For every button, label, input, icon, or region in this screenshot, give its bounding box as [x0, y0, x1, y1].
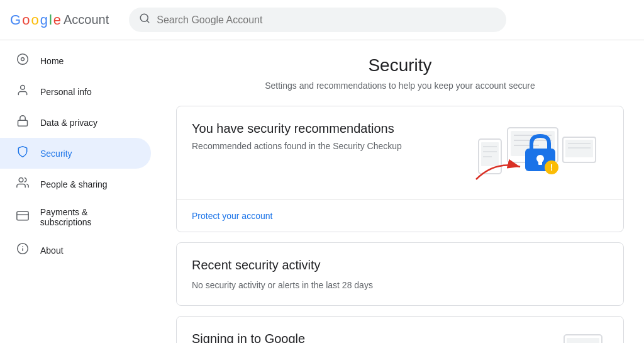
sidebar-item-security[interactable]: Security: [0, 138, 151, 169]
search-bar[interactable]: [129, 8, 506, 32]
sidebar-item-label: About: [40, 245, 64, 256]
card-simple-content: Recent security activity No security act…: [177, 243, 623, 305]
card-description: Recommended actions found in the Securit…: [192, 141, 402, 151]
google-logo[interactable]: Google Account: [10, 12, 109, 28]
card-action: Protect your account: [177, 200, 623, 232]
sidebar: Home Personal info Data & privacy: [0, 40, 156, 343]
sidebar-item-label: People & sharing: [40, 179, 108, 189]
svg-rect-7: [17, 211, 28, 220]
svg-line-1: [147, 20, 149, 22]
sidebar-item-about[interactable]: About: [0, 235, 151, 266]
privacy-icon: [15, 115, 30, 130]
security-icon: [15, 145, 30, 161]
main-content: Security Settings and recommendations to…: [156, 40, 644, 343]
page-title: Security: [176, 55, 624, 76]
signing-card: Signing in to Google: [176, 316, 624, 343]
arrow-icon: [470, 148, 545, 188]
recent-activity-description: No security activity or alerts in the la…: [192, 280, 608, 290]
account-label: Account: [64, 13, 109, 27]
svg-rect-35: [567, 338, 599, 343]
card-text: You have security recommendations Recomm…: [192, 121, 402, 151]
signing-card-title: Signing in to Google: [192, 332, 305, 343]
people-icon: [15, 176, 30, 192]
info-icon: [15, 242, 30, 258]
svg-point-6: [19, 178, 23, 183]
sidebar-item-payments[interactable]: Payments & subscriptions: [0, 200, 151, 235]
svg-text:!: !: [550, 162, 553, 172]
sidebar-item-label: Personal info: [40, 87, 92, 97]
sidebar-item-data-privacy[interactable]: Data & privacy: [0, 107, 151, 138]
security-recommendations-card: You have security recommendations Recomm…: [176, 106, 624, 232]
main-layout: Home Personal info Data & privacy: [0, 40, 644, 343]
svg-rect-5: [18, 120, 28, 126]
recent-activity-title: Recent security activity: [192, 258, 608, 273]
page-subtitle: Settings and recommendations to help you…: [176, 81, 624, 91]
payment-icon: [15, 210, 30, 225]
sidebar-item-people-sharing[interactable]: People & sharing: [0, 169, 151, 200]
svg-rect-20: [565, 140, 593, 157]
signing-card-content: Signing in to Google: [177, 317, 623, 343]
person-icon: [15, 84, 30, 99]
sidebar-item-home[interactable]: Home: [0, 45, 151, 76]
signing-card-text: Signing in to Google: [192, 332, 305, 343]
header: Google Account: [0, 0, 644, 40]
sidebar-item-label: Security: [40, 149, 72, 159]
sidebar-item-label: Payments & subscriptions: [40, 207, 141, 227]
svg-point-4: [21, 86, 25, 90]
svg-point-2: [18, 54, 28, 65]
protect-account-link[interactable]: Protect your account: [192, 211, 272, 221]
sidebar-item-label: Home: [40, 56, 64, 66]
security-illustration: !: [470, 121, 608, 184]
search-input[interactable]: [157, 14, 496, 26]
recent-activity-card: Recent security activity No security act…: [176, 242, 624, 306]
home-icon: [15, 53, 30, 69]
sidebar-item-personal-info[interactable]: Personal info: [0, 76, 151, 107]
search-icon: [139, 13, 150, 27]
card-main: You have security recommendations Recomm…: [177, 106, 623, 200]
sidebar-item-label: Data & privacy: [40, 118, 97, 128]
svg-point-3: [21, 58, 25, 61]
card-title: You have security recommendations: [192, 121, 402, 136]
signing-illustration: [558, 332, 608, 343]
